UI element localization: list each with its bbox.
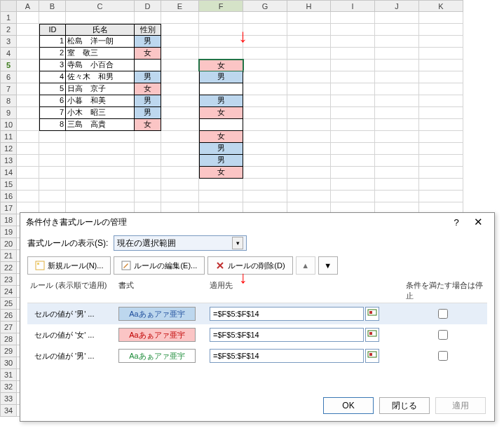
cell-B8[interactable]: 6 — [39, 95, 66, 107]
cell-J9[interactable] — [375, 107, 419, 119]
cell-A14[interactable] — [17, 167, 39, 179]
cell-A10[interactable] — [17, 119, 39, 131]
cell-C10[interactable]: 三島 高貴 — [66, 119, 135, 131]
cell-F10[interactable] — [199, 119, 243, 131]
cell-C13[interactable] — [66, 155, 135, 167]
cell-I4[interactable] — [331, 48, 375, 60]
cell-E10[interactable] — [161, 119, 199, 131]
cell-A3[interactable] — [17, 36, 39, 48]
cell-D5[interactable] — [135, 60, 161, 71]
cell-I9[interactable] — [331, 107, 375, 119]
move-up-button[interactable]: ▲ — [296, 256, 315, 275]
cell-K2[interactable] — [419, 24, 463, 36]
row-header-30[interactable]: 30 — [0, 357, 17, 369]
apply-range-input[interactable] — [210, 307, 364, 321]
rule-row[interactable]: セルの値が '男' ... Aaあぁアァ亜宇 — [27, 303, 487, 324]
cell-G11[interactable] — [243, 131, 287, 143]
apply-range-input[interactable] — [210, 328, 364, 342]
cell-I12[interactable] — [331, 143, 375, 155]
cell-C12[interactable] — [66, 143, 135, 155]
row-header-16[interactable]: 16 — [0, 191, 17, 202]
row-header-1[interactable]: 1 — [0, 12, 17, 24]
cell-B2[interactable]: ID — [39, 24, 66, 36]
row-header-19[interactable]: 19 — [0, 226, 17, 238]
cell-H1[interactable] — [287, 12, 331, 24]
cell-A6[interactable] — [17, 71, 39, 83]
cell-I6[interactable] — [331, 71, 375, 83]
cell-F2[interactable] — [199, 24, 243, 36]
cell-B10[interactable]: 8 — [39, 119, 66, 131]
cell-F6[interactable]: 男 — [199, 71, 243, 83]
cell-G7[interactable] — [243, 83, 287, 95]
cell-I5[interactable] — [331, 60, 375, 71]
row-header-23[interactable]: 23 — [0, 274, 17, 286]
cell-J16[interactable] — [375, 191, 419, 202]
col-header-B[interactable]: B — [39, 0, 66, 12]
cell-J4[interactable] — [375, 48, 419, 60]
cell-B12[interactable] — [39, 143, 66, 155]
range-picker-button[interactable] — [365, 349, 379, 363]
cell-E15[interactable] — [161, 179, 199, 191]
row-header-2[interactable]: 2 — [0, 24, 17, 36]
cell-K15[interactable] — [419, 179, 463, 191]
scope-dropdown[interactable]: 現在の選択範囲 ▾ — [114, 235, 247, 251]
cell-J3[interactable] — [375, 36, 419, 48]
cell-K4[interactable] — [419, 48, 463, 60]
cell-H10[interactable] — [287, 119, 331, 131]
cell-A15[interactable] — [17, 179, 39, 191]
cell-A11[interactable] — [17, 131, 39, 143]
cell-K9[interactable] — [419, 107, 463, 119]
cell-C4[interactable]: 室 敬三 — [66, 48, 135, 60]
col-header-G[interactable]: G — [243, 0, 287, 12]
cell-J8[interactable] — [375, 95, 419, 107]
cell-I16[interactable] — [331, 191, 375, 202]
cell-K14[interactable] — [419, 167, 463, 179]
cell-B9[interactable]: 7 — [39, 107, 66, 119]
cell-A2[interactable] — [17, 24, 39, 36]
cell-C15[interactable] — [66, 179, 135, 191]
move-down-button[interactable]: ▼ — [318, 256, 338, 275]
cell-G8[interactable] — [243, 95, 287, 107]
row-header-8[interactable]: 8 — [0, 95, 17, 107]
cell-A13[interactable] — [17, 155, 39, 167]
row-header-17[interactable]: 17 — [0, 202, 17, 214]
cell-B1[interactable] — [39, 12, 66, 24]
row-header-11[interactable]: 11 — [0, 131, 17, 143]
cell-J2[interactable] — [375, 24, 419, 36]
cell-J14[interactable] — [375, 167, 419, 179]
cell-C5[interactable]: 寺島 小百合 — [66, 60, 135, 71]
col-header-A[interactable]: A — [17, 0, 39, 12]
cell-G10[interactable] — [243, 119, 287, 131]
close-dialog-button[interactable]: 閉じる — [379, 397, 430, 414]
cell-D12[interactable] — [135, 143, 161, 155]
range-picker-button[interactable] — [365, 307, 379, 321]
new-rule-button[interactable]: 新規ルール(N)... — [27, 256, 111, 275]
cell-C9[interactable]: 小木 昭三 — [66, 107, 135, 119]
cell-H12[interactable] — [287, 143, 331, 155]
row-header-25[interactable]: 25 — [0, 298, 17, 310]
col-header-C[interactable]: C — [66, 0, 135, 12]
cell-J6[interactable] — [375, 71, 419, 83]
cell-H15[interactable] — [287, 179, 331, 191]
help-button[interactable]: ? — [447, 217, 465, 228]
cell-D9[interactable]: 男 — [135, 107, 161, 119]
cell-I15[interactable] — [331, 179, 375, 191]
cell-A16[interactable] — [17, 191, 39, 202]
cell-A12[interactable] — [17, 143, 39, 155]
row-header-33[interactable]: 33 — [0, 393, 17, 405]
row-header-21[interactable]: 21 — [0, 250, 17, 262]
cell-D2[interactable]: 性別 — [135, 24, 161, 36]
cell-C7[interactable]: 日高 京子 — [66, 83, 135, 95]
cell-G14[interactable] — [243, 167, 287, 179]
cell-I14[interactable] — [331, 167, 375, 179]
cell-F13[interactable]: 男 — [199, 155, 243, 167]
cell-K10[interactable] — [419, 119, 463, 131]
cell-B13[interactable] — [39, 155, 66, 167]
cell-F7[interactable] — [199, 83, 243, 95]
cell-H2[interactable] — [287, 24, 331, 36]
cell-C11[interactable] — [66, 131, 135, 143]
cell-G9[interactable] — [243, 107, 287, 119]
row-header-9[interactable]: 9 — [0, 107, 17, 119]
cell-E1[interactable] — [161, 12, 199, 24]
cell-J12[interactable] — [375, 143, 419, 155]
